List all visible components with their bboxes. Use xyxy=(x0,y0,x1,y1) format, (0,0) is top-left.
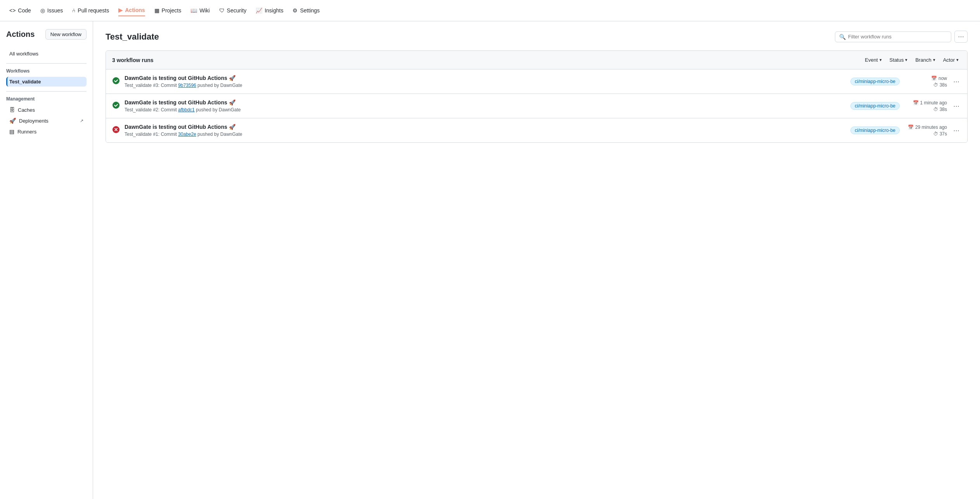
sidebar-item-test-validate[interactable]: Test_validate xyxy=(6,77,87,87)
run-duration: 38s xyxy=(940,82,947,88)
run-subtitle: Test_validate #2: Commit afbbdc1 pushed … xyxy=(125,107,846,113)
actions-icon: ▶ xyxy=(118,7,123,13)
clock-icon: ⏱ xyxy=(933,107,938,112)
runs-header: 3 workflow runs Event ▾ Status ▾ Branch … xyxy=(106,51,967,69)
projects-icon: ▦ xyxy=(154,7,159,14)
run-time-block: 📅 1 minute ago ⏱ 38s xyxy=(904,100,947,112)
branch-filter-button[interactable]: Branch ▾ xyxy=(913,55,937,64)
run-status-icon xyxy=(112,101,120,111)
commit-link[interactable]: afbbdc1 xyxy=(178,107,195,113)
run-menu-button[interactable]: ⋯ xyxy=(952,125,961,136)
sidebar-workflows-label: Workflows xyxy=(6,68,87,74)
run-info: DawnGate is testing out GitHub Actions 🚀… xyxy=(125,75,846,88)
commit-link[interactable]: 9b73596 xyxy=(178,83,196,88)
table-row[interactable]: DawnGate is testing out GitHub Actions 🚀… xyxy=(106,118,967,142)
sidebar-item-caches[interactable]: 🗄 Caches xyxy=(6,105,87,115)
run-duration-row: ⏱ 37s xyxy=(933,131,947,137)
caches-icon: 🗄 xyxy=(9,107,15,113)
table-row[interactable]: DawnGate is testing out GitHub Actions 🚀… xyxy=(106,94,967,118)
filter-input-wrap[interactable]: 🔍 xyxy=(835,31,951,42)
nav-pull-requests[interactable]: ⑃ Pull requests xyxy=(72,5,109,16)
filter-input[interactable] xyxy=(848,34,947,40)
code-icon: <> xyxy=(9,7,16,14)
branch-chevron-icon: ▾ xyxy=(933,57,935,62)
run-menu-button[interactable]: ⋯ xyxy=(952,76,961,87)
top-nav: <> Code ◎ Issues ⑃ Pull requests ▶ Actio… xyxy=(0,0,980,21)
run-duration: 37s xyxy=(940,131,947,137)
nav-wiki[interactable]: 📖 Wiki xyxy=(190,5,210,16)
nav-insights[interactable]: 📈 Insights xyxy=(256,5,283,16)
run-time-block: 📅 now ⏱ 38s xyxy=(904,76,947,88)
page-title: Test_validate xyxy=(106,32,159,42)
actor-chevron-icon: ▾ xyxy=(956,57,959,62)
run-info: DawnGate is testing out GitHub Actions 🚀… xyxy=(125,124,846,137)
main-header: Test_validate 🔍 ⋯ xyxy=(106,31,968,43)
run-time-row: 📅 1 minute ago xyxy=(913,100,947,106)
nav-issues[interactable]: ◎ Issues xyxy=(40,5,63,16)
calendar-icon: 📅 xyxy=(913,100,919,106)
sidebar-item-deployments[interactable]: 🚀 Deployments ↗ xyxy=(6,116,87,126)
main-content: Test_validate 🔍 ⋯ 3 workflow runs Event … xyxy=(93,21,980,499)
header-actions: 🔍 ⋯ xyxy=(835,31,968,43)
run-title: DawnGate is testing out GitHub Actions 🚀 xyxy=(125,99,846,106)
run-status-icon xyxy=(112,77,120,87)
run-time-row: 📅 29 minutes ago xyxy=(908,125,947,130)
sidebar-title: Actions xyxy=(6,30,35,39)
settings-icon: ⚙ xyxy=(293,7,298,14)
sidebar-divider-1 xyxy=(6,63,87,64)
runs-list: DawnGate is testing out GitHub Actions 🚀… xyxy=(106,69,967,142)
table-row[interactable]: DawnGate is testing out GitHub Actions 🚀… xyxy=(106,69,967,94)
sidebar-management-label: Management xyxy=(6,96,87,102)
event-chevron-icon: ▾ xyxy=(880,57,882,62)
runners-icon: ▤ xyxy=(9,128,14,135)
status-filter-button[interactable]: Status ▾ xyxy=(887,55,910,64)
run-time: 29 minutes ago xyxy=(915,125,947,130)
sidebar-divider-2 xyxy=(6,91,87,92)
nav-projects[interactable]: ▦ Projects xyxy=(154,5,182,16)
run-time: now xyxy=(938,76,947,81)
event-filter-button[interactable]: Event ▾ xyxy=(862,55,884,64)
run-duration: 38s xyxy=(940,107,947,112)
status-chevron-icon: ▾ xyxy=(905,57,907,62)
run-branch-badge[interactable]: ci/miniapp-micro-be xyxy=(850,102,900,110)
clock-icon: ⏱ xyxy=(933,82,938,88)
nav-security[interactable]: 🛡 Security xyxy=(219,5,247,16)
pull-requests-icon: ⑃ xyxy=(72,7,75,14)
wiki-icon: 📖 xyxy=(190,7,197,14)
new-workflow-button[interactable]: New workflow xyxy=(45,29,87,40)
run-title: DawnGate is testing out GitHub Actions 🚀 xyxy=(125,124,846,130)
run-subtitle: Test_validate #3: Commit 9b73596 pushed … xyxy=(125,83,846,88)
clock-icon: ⏱ xyxy=(933,131,938,137)
more-options-button[interactable]: ⋯ xyxy=(954,31,968,43)
main-layout: Actions New workflow All workflows Workf… xyxy=(0,21,980,499)
external-link-icon: ↗ xyxy=(80,118,83,123)
run-time-row: 📅 now xyxy=(931,76,947,81)
commit-link[interactable]: 30abe2e xyxy=(178,132,196,137)
run-menu-button[interactable]: ⋯ xyxy=(952,101,961,111)
runs-container: 3 workflow runs Event ▾ Status ▾ Branch … xyxy=(106,50,968,143)
run-info: DawnGate is testing out GitHub Actions 🚀… xyxy=(125,99,846,113)
run-branch-badge[interactable]: ci/miniapp-micro-be xyxy=(850,78,900,85)
run-branch-badge[interactable]: ci/miniapp-micro-be xyxy=(850,126,900,134)
sidebar-all-workflows[interactable]: All workflows xyxy=(6,49,87,59)
run-duration-row: ⏱ 38s xyxy=(933,107,947,112)
runs-filters: Event ▾ Status ▾ Branch ▾ Actor ▾ xyxy=(862,55,961,64)
sidebar-header: Actions New workflow xyxy=(6,29,87,46)
run-subtitle: Test_validate #1: Commit 30abe2e pushed … xyxy=(125,132,846,137)
run-time: 1 minute ago xyxy=(920,100,947,106)
svg-point-1 xyxy=(113,102,119,109)
runs-count: 3 workflow runs xyxy=(112,57,154,63)
nav-actions[interactable]: ▶ Actions xyxy=(118,5,145,16)
actor-filter-button[interactable]: Actor ▾ xyxy=(941,55,961,64)
issues-icon: ◎ xyxy=(40,7,45,14)
deployments-icon: 🚀 xyxy=(9,118,16,124)
insights-icon: 📈 xyxy=(256,7,262,14)
nav-settings[interactable]: ⚙ Settings xyxy=(293,5,320,16)
security-icon: 🛡 xyxy=(219,7,225,14)
calendar-icon: 📅 xyxy=(908,125,914,130)
sidebar-item-runners[interactable]: ▤ Runners xyxy=(6,126,87,137)
nav-code[interactable]: <> Code xyxy=(9,5,31,16)
run-duration-row: ⏱ 38s xyxy=(933,82,947,88)
run-time-block: 📅 29 minutes ago ⏱ 37s xyxy=(904,125,947,137)
calendar-icon: 📅 xyxy=(931,76,937,81)
